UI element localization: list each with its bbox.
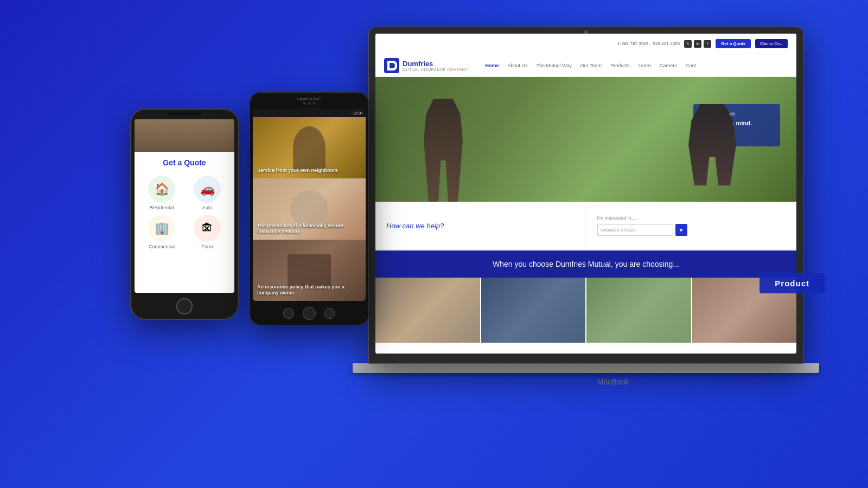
banner-text: When you choose Dumfries Mutual, you are… — [493, 260, 679, 268]
nav-item-team[interactable]: Our Team — [580, 63, 602, 68]
nav-item-home[interactable]: Home — [486, 63, 499, 68]
nav-item-careers[interactable]: Careers — [660, 63, 677, 68]
nav-item-products[interactable]: Products — [610, 63, 630, 68]
commercial-label: Commercial — [149, 244, 175, 249]
logo-tagline: MUTUAL INSURANCE COMPANY — [403, 68, 468, 72]
get-quote-button[interactable]: Get a Quote — [716, 39, 751, 48]
macbook-screen-outer: 1-888-787-3503 519-621-4660 𝕏 in f Get a… — [369, 27, 803, 363]
product-badge: Product — [760, 273, 825, 293]
slide3-text: An insurance policy that makes you a com… — [257, 284, 361, 297]
bottom-photo-1 — [375, 278, 480, 343]
bottom-photo-3 — [586, 278, 691, 343]
samsung-camera — [303, 102, 316, 105]
interest-label: I'm interested in... — [597, 215, 786, 221]
site-logo: Dumfries MUTUAL INSURANCE COMPANY — [384, 58, 468, 73]
samsung-device: SAMSUNG 12:30 Service from your own neig… — [250, 92, 369, 325]
samsung-screen: 12:30 Service from your own neighbours T… — [253, 108, 366, 301]
product-select-button[interactable]: ▼ — [675, 224, 687, 236]
website-content: 1-888-787-3503 519-621-4660 𝕏 in f Get a… — [375, 34, 796, 354]
nav-item-learn[interactable]: Learn — [639, 63, 651, 68]
iphone-notch — [168, 112, 201, 115]
site-mid-section: How can we help? I'm interested in... Ch… — [375, 202, 796, 251]
samsung-home-button[interactable] — [303, 307, 316, 320]
macbook-screen: 1-888-787-3503 519-621-4660 𝕏 in f Get a… — [375, 34, 796, 354]
help-section: How can we help? — [375, 202, 586, 249]
macbook-base — [353, 363, 819, 373]
nav-item-about[interactable]: About Us — [508, 63, 528, 68]
social-icons: 𝕏 in f — [684, 40, 711, 48]
bottom-photo-2 — [481, 278, 586, 343]
iphone-get-quote-title: Get a Quote — [135, 152, 234, 171]
commercial-icon: 🏢 — [148, 215, 175, 242]
product-select-group: Choose a Product ▼ — [597, 224, 786, 236]
residential-label: Residential — [150, 205, 174, 210]
samsung-menu-button[interactable] — [324, 308, 335, 319]
iphone-screen: Get a Quote 🏠 Residential 🚗 Auto 🏢 Comme… — [135, 119, 234, 293]
samsung-bottom-bar — [283, 307, 335, 320]
iphone-icons-grid: 🏠 Residential 🚗 Auto 🏢 Commercial 🏚 Farm — [135, 171, 234, 254]
interest-section: I'm interested in... Choose a Product ▼ — [586, 202, 797, 249]
list-item: 🏢 Commercial — [141, 215, 182, 249]
phone-number-2: 519-621-4660 — [653, 41, 680, 46]
site-hero: Enjoy today with tomorrow in mind. Learn… — [375, 77, 796, 202]
site-bottom-photos — [375, 278, 796, 343]
iphone-home-button[interactable] — [176, 298, 193, 314]
site-navigation: Dumfries MUTUAL INSURANCE COMPANY Home A… — [375, 54, 796, 77]
logo-text: Dumfries MUTUAL INSURANCE COMPANY — [403, 60, 468, 72]
samsung-slide-2: The protection of a financially secure i… — [253, 178, 366, 240]
claims-button[interactable]: Claims Ce... — [755, 39, 788, 48]
camera-lens-icon — [303, 102, 306, 105]
macbook-label: MacBook — [369, 377, 857, 386]
list-item: 🚗 Auto — [187, 176, 228, 210]
residential-icon: 🏠 — [148, 176, 175, 203]
camera-sensor-icon — [313, 102, 316, 105]
macbook-device: 1-888-787-3503 519-621-4660 𝕏 in f Get a… — [369, 27, 857, 418]
slide1-text: Service from your own neighbours — [257, 168, 361, 174]
facebook-icon[interactable]: f — [704, 40, 711, 48]
logo-name: Dumfries — [403, 60, 468, 68]
samsung-brand-label: SAMSUNG — [296, 97, 322, 101]
samsung-slide-3: An insurance policy that makes you a com… — [253, 240, 366, 301]
farm-label: Farm — [202, 244, 213, 249]
phone-number-1: 1-888-787-3503 — [617, 41, 648, 46]
slide2-text: The protection of a financially secure i… — [257, 223, 361, 235]
auto-label: Auto — [202, 205, 213, 210]
nav-item-mutual-way[interactable]: The Mutual Way — [537, 63, 572, 68]
auto-icon: 🚗 — [194, 176, 221, 203]
twitter-icon[interactable]: 𝕏 — [684, 40, 692, 48]
product-select-placeholder: Choose a Product — [601, 228, 636, 233]
status-time: 12:30 — [353, 111, 362, 115]
logo-letter — [384, 58, 399, 73]
help-text: How can we help? — [386, 222, 444, 230]
nav-item-contact[interactable]: Cont... — [686, 63, 700, 68]
iphone-device: Get a Quote 🏠 Residential 🚗 Auto 🏢 Comme… — [130, 108, 239, 320]
site-banner: When you choose Dumfries Mutual, you are… — [375, 251, 796, 278]
samsung-back-button[interactable] — [283, 308, 294, 319]
list-item: 🏠 Residential — [141, 176, 182, 210]
iphone-header-image — [135, 119, 234, 152]
samsung-status-bar: 12:30 — [253, 108, 366, 117]
farm-icon: 🏚 — [194, 215, 221, 242]
macbook-camera-icon — [584, 30, 588, 34]
product-select[interactable]: Choose a Product — [597, 224, 673, 236]
samsung-slide-1: Service from your own neighbours — [253, 117, 366, 178]
linkedin-icon[interactable]: in — [694, 40, 701, 48]
camera-speaker-icon — [308, 102, 311, 105]
site-topbar: 1-888-787-3503 519-621-4660 𝕏 in f Get a… — [375, 34, 796, 54]
list-item: 🏚 Farm — [187, 215, 228, 249]
